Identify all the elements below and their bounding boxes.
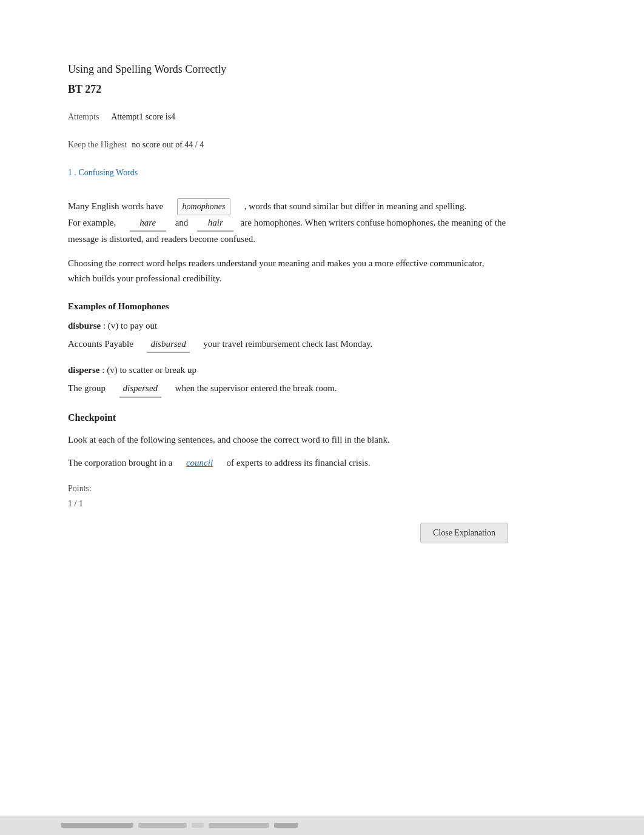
disburse-word: disburse bbox=[68, 321, 101, 330]
checkpoint-answer-word: council bbox=[186, 458, 213, 468]
examples-heading: Examples of Homophones bbox=[68, 299, 508, 314]
disperse-word: disperse bbox=[68, 365, 100, 375]
checkpoint-sentence: The corporation brought in a council of … bbox=[68, 455, 508, 470]
course-code: BT 272 bbox=[68, 81, 508, 98]
example-word-hare: hare bbox=[130, 215, 166, 232]
homophones-highlight: homophones bbox=[177, 198, 231, 215]
disburse-def-text: : (v) to pay out bbox=[103, 321, 157, 330]
disbursed-answer: disbursed bbox=[147, 337, 189, 354]
nav-segment-1 bbox=[61, 823, 133, 828]
points-value: 1 / 1 bbox=[68, 497, 508, 511]
disperse-definition: disperse : (v) to scatter or break up bbox=[68, 363, 508, 377]
accounts-payable-sentence: Accounts Payable disbursed your travel r… bbox=[68, 337, 508, 354]
checkpoint-instruction: Look at each of the following sentences,… bbox=[68, 432, 508, 447]
close-explanation-button[interactable]: Close Explanation bbox=[420, 523, 508, 543]
the-group-sentence: The group dispersed when the supervisor … bbox=[68, 381, 508, 398]
accounts-payable-label: Accounts Payable bbox=[68, 339, 133, 349]
checkpoint-sentence-pre: The corporation brought in a bbox=[68, 458, 172, 468]
nav-segment-5 bbox=[274, 823, 298, 828]
accounts-sentence-post: your travel reimbursement check last Mon… bbox=[203, 339, 372, 349]
disperse-def-text: : (v) to scatter or break up bbox=[102, 365, 196, 375]
no-score-text: no score out of 44 / 4 bbox=[132, 138, 204, 152]
keep-highest-label: Keep the Highest bbox=[68, 138, 127, 152]
attempts-label: Attempts bbox=[68, 110, 99, 124]
and-text: and bbox=[175, 218, 189, 227]
disburse-definition: disburse : (v) to pay out bbox=[68, 318, 508, 333]
disperse-sentence-post: when the supervisor entered the break ro… bbox=[175, 383, 337, 393]
example-word-hair: hair bbox=[197, 215, 233, 232]
checkpoint-sentence-post: of experts to address its financial cris… bbox=[227, 458, 371, 468]
nav-segment-4 bbox=[209, 823, 269, 828]
nav-item-confusing-words[interactable]: 1 . Confusing Words bbox=[68, 166, 508, 179]
the-group-label: The group bbox=[68, 383, 106, 393]
page-title: Using and Spelling Words Correctly bbox=[68, 61, 508, 78]
intro-paragraph-1: Many English words have homophones , wor… bbox=[68, 198, 508, 247]
intro-post-text: , words that sound similar but differ in… bbox=[244, 201, 466, 211]
nav-segment-2 bbox=[138, 823, 187, 828]
dispersed-answer: dispersed bbox=[119, 381, 162, 398]
attempt-score: Attempt1 score is4 bbox=[111, 110, 175, 124]
for-example-text: For example, bbox=[68, 218, 116, 227]
points-label: Points: bbox=[68, 482, 508, 495]
effective-communicator-para: Choosing the correct word helps readers … bbox=[68, 256, 508, 287]
checkpoint-heading: Checkpoint bbox=[68, 410, 508, 426]
intro-pre-text: Many English words have bbox=[68, 201, 163, 211]
nav-segment-3 bbox=[192, 823, 204, 828]
bottom-nav-bar bbox=[0, 816, 644, 835]
